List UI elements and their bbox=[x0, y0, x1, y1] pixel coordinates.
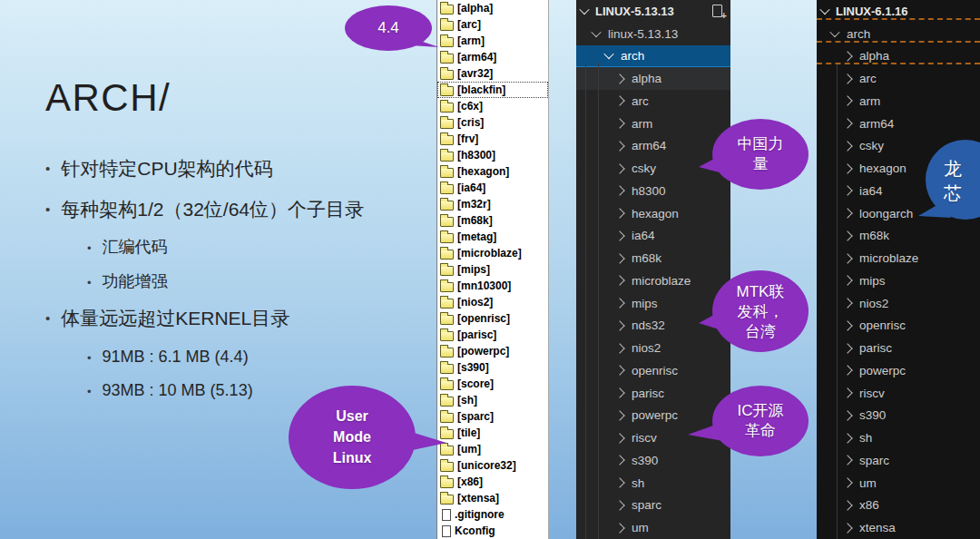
file-item[interactable]: [parisc] bbox=[437, 327, 548, 343]
file-item[interactable]: [h8300] bbox=[437, 147, 548, 163]
tree-item[interactable]: um bbox=[576, 516, 730, 539]
callout-user-mode-linux: User Mode Linux bbox=[283, 383, 448, 494]
new-file-plus: + bbox=[721, 11, 727, 21]
tree-item[interactable]: alpha bbox=[576, 67, 730, 90]
tree-item[interactable]: arm bbox=[817, 90, 980, 113]
bullet-item: •汇编代码 bbox=[87, 237, 445, 259]
file-item[interactable]: [xtensa] bbox=[437, 490, 548, 506]
bullet-text: 汇编代码 bbox=[103, 237, 168, 259]
file-item[interactable]: [openrisc] bbox=[437, 310, 548, 327]
chevron-right-icon bbox=[614, 343, 624, 353]
tree-item-label: hexagon bbox=[859, 162, 906, 175]
callout-text: 4.4 bbox=[345, 5, 432, 51]
tree-item-label: csky bbox=[632, 162, 656, 175]
file-item[interactable]: [m68k] bbox=[437, 212, 548, 229]
tree-item[interactable]: sh bbox=[576, 472, 730, 495]
bullet-item: •每种架构1/2（32位/64位）个子目录 bbox=[45, 197, 445, 222]
chevron-right-icon bbox=[614, 74, 624, 83]
folder-icon bbox=[440, 119, 454, 129]
folder-icon bbox=[440, 70, 454, 80]
file-item[interactable]: [cris] bbox=[437, 114, 548, 131]
folder-icon bbox=[440, 495, 454, 505]
tree-item[interactable]: um bbox=[817, 472, 980, 495]
file-item[interactable]: [frv] bbox=[437, 131, 548, 147]
tree-item[interactable]: ia64 bbox=[576, 225, 730, 248]
tree-item[interactable]: xtensa bbox=[817, 516, 980, 539]
tree-item[interactable]: s390 bbox=[817, 405, 980, 427]
tree-item[interactable]: x86 bbox=[817, 495, 980, 517]
tree-item[interactable]: openrisc bbox=[576, 359, 730, 382]
file-item[interactable]: [arc] bbox=[437, 16, 548, 33]
tree-root-label: LINUX-5.13.13 bbox=[595, 5, 708, 18]
file-item[interactable]: [ia64] bbox=[437, 180, 548, 196]
file-item[interactable]: [s390] bbox=[437, 359, 548, 376]
tree-item[interactable]: nios2 bbox=[817, 292, 980, 315]
tree-item[interactable]: powerpc bbox=[817, 359, 980, 382]
tree-item[interactable]: openrisc bbox=[817, 315, 980, 338]
tree-item[interactable]: arc bbox=[817, 67, 980, 90]
tree-item[interactable]: parisc bbox=[817, 337, 980, 359]
file-item[interactable]: [tile] bbox=[437, 425, 548, 441]
new-file-icon[interactable]: + bbox=[711, 5, 726, 18]
file-item[interactable]: [um] bbox=[437, 441, 548, 457]
file-item[interactable]: [blackfin] bbox=[437, 82, 548, 98]
tree-item-label: mips bbox=[632, 297, 658, 310]
chevron-right-icon bbox=[842, 118, 852, 128]
file-item-label: [x86] bbox=[457, 475, 483, 488]
tree-item[interactable]: riscv bbox=[817, 382, 980, 405]
tree-item[interactable]: sparc bbox=[576, 495, 730, 517]
tree-item[interactable]: hexagon bbox=[576, 202, 730, 225]
chevron-right-icon bbox=[614, 320, 624, 330]
tree-item-label: m68k bbox=[632, 251, 662, 265]
tree-item[interactable]: sparc bbox=[817, 449, 980, 472]
file-item[interactable]: [mn10300] bbox=[437, 278, 548, 294]
tree-rows: archalphaarcarmarm64cskyhexagonia64loong… bbox=[817, 23, 980, 539]
file-item[interactable]: [nios2] bbox=[437, 294, 548, 310]
chevron-right-icon bbox=[842, 456, 852, 466]
file-icon bbox=[442, 509, 451, 521]
file-item[interactable]: [hexagon] bbox=[437, 163, 548, 180]
bullet-dot: • bbox=[45, 309, 50, 328]
file-item[interactable]: [powerpc] bbox=[437, 343, 548, 359]
file-item-label: [alpha] bbox=[457, 2, 493, 15]
file-item[interactable]: [sh] bbox=[437, 392, 548, 408]
file-item[interactable]: [m32r] bbox=[437, 196, 548, 212]
bullet-item: •91MB : 6.1 MB (4.4) bbox=[87, 347, 445, 368]
tree-item[interactable]: arm64 bbox=[817, 113, 980, 135]
tree-root-513[interactable]: LINUX-5.13.13 + bbox=[576, 0, 730, 23]
tree-item[interactable]: m68k bbox=[576, 247, 730, 270]
chevron-right-icon bbox=[842, 163, 852, 173]
folder-icon bbox=[440, 282, 454, 292]
file-item[interactable]: [arm] bbox=[437, 33, 548, 49]
dotted-separator bbox=[817, 63, 980, 64]
file-item[interactable]: [mips] bbox=[437, 261, 548, 278]
file-item[interactable]: .gitignore bbox=[437, 506, 548, 523]
tree-item[interactable]: sh bbox=[817, 426, 980, 449]
folder-icon bbox=[440, 168, 454, 178]
file-item-label: Kconfig bbox=[455, 524, 495, 537]
tree-item[interactable]: linux-5.13.13 bbox=[576, 23, 730, 45]
file-item[interactable]: [alpha] bbox=[437, 0, 548, 16]
file-item-label: [h8300] bbox=[457, 149, 495, 162]
bullet-item: •针对特定CPU架构的代码 bbox=[45, 156, 445, 181]
folder-icon bbox=[440, 86, 454, 96]
file-item[interactable]: [arm64] bbox=[437, 49, 548, 65]
file-item[interactable]: [c6x] bbox=[437, 98, 548, 114]
tree-item-label: s390 bbox=[859, 408, 886, 422]
tree-item[interactable]: arch bbox=[576, 45, 730, 68]
indent-guide bbox=[837, 64, 838, 539]
file-item[interactable]: Kconfig bbox=[437, 523, 548, 539]
callout-mtk: MTK联发科，台湾 bbox=[682, 269, 811, 356]
file-item[interactable]: [sparc] bbox=[437, 408, 548, 425]
file-item[interactable]: [metag] bbox=[437, 229, 548, 245]
tree-item[interactable]: arc bbox=[576, 90, 730, 113]
file-item[interactable]: [unicore32] bbox=[437, 457, 548, 474]
tree-item[interactable]: microblaze bbox=[817, 247, 980, 270]
file-item[interactable]: [x86] bbox=[437, 474, 548, 490]
file-item[interactable]: [score] bbox=[437, 376, 548, 392]
file-item[interactable]: [microblaze] bbox=[437, 245, 548, 261]
tree-item[interactable]: mips bbox=[817, 270, 980, 292]
file-item[interactable]: [avr32] bbox=[437, 65, 548, 82]
chevron-right-icon bbox=[614, 253, 624, 263]
callout-text: User Mode Linux bbox=[298, 392, 407, 483]
